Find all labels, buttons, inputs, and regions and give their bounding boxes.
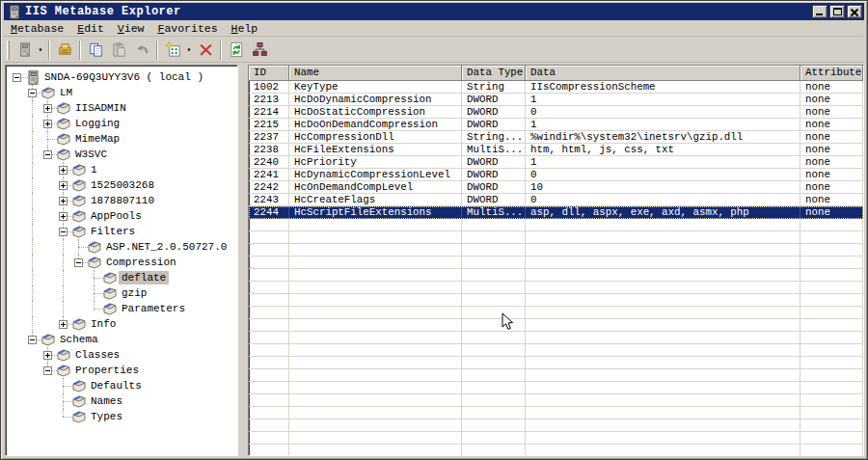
property-row[interactable]: 2213HcDoDynamicCompressionDWORD1none — [249, 94, 863, 106]
title-bar[interactable]: IIS Metabase Explorer — [4, 3, 864, 20]
expand-plus-icon[interactable] — [59, 166, 68, 175]
export-button[interactable] — [53, 40, 76, 61]
collapse-minus-icon[interactable] — [43, 150, 52, 159]
tree-item-asp-net-2-0-50727-0[interactable]: ASP.NET_2.0.50727.0 — [6, 239, 237, 255]
column-header-attributes[interactable]: Attributes — [800, 66, 863, 81]
cell-name — [289, 419, 462, 432]
dropdown-caret-icon[interactable]: ▾ — [184, 40, 194, 61]
tree-item-defaults[interactable]: Defaults — [6, 378, 237, 393]
cell-attributes: none — [800, 94, 863, 106]
property-row[interactable]: 2237HcCompressionDllString...%windir%\sy… — [249, 131, 863, 144]
cell-data: 0 — [526, 169, 800, 181]
column-header-name[interactable]: Name — [289, 66, 462, 81]
menu-item-edit[interactable]: Edit — [70, 21, 111, 36]
cell-attributes — [800, 294, 863, 307]
collapse-minus-icon[interactable] — [74, 258, 83, 267]
tree-item-names[interactable]: Names — [6, 393, 237, 409]
paste-button[interactable] — [107, 40, 130, 61]
expand-plus-icon[interactable] — [59, 181, 68, 190]
cell-attributes: none — [800, 119, 863, 131]
tree-item-parameters[interactable]: Parameters — [6, 301, 237, 316]
cell-name — [289, 394, 462, 407]
property-row[interactable]: 2215HcDoOnDemandCompressionDWORD1none — [249, 119, 863, 131]
property-row[interactable]: 2238HcFileExtensionsMultiS...htm, html, … — [249, 144, 863, 156]
tree-item-logging[interactable]: Logging — [6, 116, 237, 131]
toolbar-grip[interactable] — [7, 41, 10, 60]
tree-guide-line — [32, 147, 33, 162]
menu-item-favorites[interactable]: Favorites — [150, 21, 224, 36]
tree-item-mimemap[interactable]: MimeMap — [6, 131, 237, 147]
metabase-key-icon — [56, 148, 71, 161]
expand-plus-icon[interactable] — [59, 320, 68, 329]
metabase-tree-panel: SNDA-69Q3UYY3V6 ( local )LMIISADMINLoggi… — [5, 65, 238, 456]
tree-item-schema[interactable]: Schema — [6, 332, 237, 347]
refresh-button[interactable] — [225, 40, 248, 61]
column-header-data-type[interactable]: Data Type — [462, 66, 526, 81]
delete-button[interactable] — [194, 40, 217, 61]
connect-computer-button[interactable] — [13, 40, 36, 61]
collapse-minus-icon[interactable] — [59, 228, 68, 236]
collapse-minus-icon[interactable] — [43, 366, 52, 375]
tree-item-1878807110[interactable]: 1878807110 — [6, 193, 237, 208]
cell-data — [526, 344, 800, 357]
tree-item-gzip[interactable]: gzip — [6, 285, 237, 301]
tree-item-snda-69q3uyy3v6-local-[interactable]: SNDA-69Q3UYY3V6 ( local ) — [6, 69, 237, 85]
cell-attributes — [800, 219, 863, 231]
tree-item-info[interactable]: Info — [6, 316, 237, 332]
property-row[interactable]: 2243HcCreateFlagsDWORD0none — [249, 194, 863, 206]
collapse-minus-icon[interactable] — [13, 73, 21, 82]
menu-item-view[interactable]: View — [111, 21, 151, 36]
column-header-id[interactable]: ID — [249, 66, 289, 81]
expand-plus-icon[interactable] — [43, 104, 52, 113]
tree-item-1525003268[interactable]: 1525003268 — [6, 177, 237, 193]
expand-plus-icon[interactable] — [59, 197, 68, 205]
dropdown-caret-icon[interactable]: ▾ — [36, 40, 45, 61]
tree-item-w3svc[interactable]: W3SVC — [6, 147, 237, 162]
minimize-button[interactable] — [812, 5, 827, 18]
tree-item-apppools[interactable]: AppPools — [6, 208, 237, 224]
cell-attributes — [800, 382, 863, 394]
property-row[interactable]: 2214HcDoStaticCompressionDWORD0none — [249, 106, 863, 119]
column-header-data[interactable]: Data — [526, 66, 800, 81]
undo-button[interactable] — [130, 40, 153, 61]
delete-icon — [198, 41, 214, 58]
new-key-button[interactable] — [161, 40, 184, 61]
collapse-minus-icon[interactable] — [28, 336, 37, 344]
menu-item-help[interactable]: Help — [225, 21, 265, 36]
expand-plus-icon[interactable] — [43, 120, 52, 128]
property-row[interactable]: 1002KeyTypeStringIIsCompressionSchemenon… — [249, 81, 863, 94]
property-row[interactable]: 2240HcPriorityDWORD1none — [249, 156, 863, 169]
cell-data — [526, 282, 800, 294]
cell-attributes: none — [800, 106, 863, 119]
tree-item-iisadmin[interactable]: IISADMIN — [6, 100, 237, 116]
copy-button[interactable] — [84, 40, 107, 61]
property-row[interactable]: 2244HcScriptFileExtensionsMultiS...asp, … — [249, 206, 863, 219]
tree-item-compression[interactable]: Compression — [6, 255, 237, 270]
tree-item-properties[interactable]: Properties — [6, 363, 237, 378]
property-row[interactable]: 2242HcOnDemandCompLevelDWORD10none — [249, 181, 863, 194]
expand-plus-icon[interactable] — [59, 212, 68, 221]
view-hierarchy-button[interactable] — [248, 40, 271, 61]
metabase-key-icon — [71, 194, 87, 207]
menu-item-metabase[interactable]: Metabase — [4, 21, 70, 36]
empty-row — [249, 344, 863, 357]
maximize-button[interactable] — [829, 5, 845, 18]
tree-item-deflate[interactable]: deflate — [6, 270, 237, 285]
expand-plus-icon[interactable] — [43, 351, 52, 360]
tree-item-classes[interactable]: Classes — [6, 347, 237, 363]
cell-data-type — [462, 369, 526, 382]
cell-id — [249, 319, 289, 332]
collapse-minus-icon[interactable] — [28, 89, 37, 97]
cell-data: 1 — [526, 119, 800, 131]
close-button[interactable] — [847, 5, 862, 18]
cell-name — [289, 231, 462, 244]
tree-item-lm[interactable]: LM — [6, 85, 237, 100]
cell-attributes — [800, 394, 863, 407]
tree-item-types[interactable]: Types — [6, 409, 237, 424]
tree-item-filters[interactable]: Filters — [6, 224, 237, 239]
cell-name — [289, 344, 462, 357]
panel-splitter[interactable] — [238, 65, 248, 456]
cell-data-type — [462, 344, 526, 357]
tree-item-1[interactable]: 1 — [6, 162, 237, 177]
property-row[interactable]: 2241HcDynamicCompressionLevelDWORD0none — [249, 169, 863, 181]
